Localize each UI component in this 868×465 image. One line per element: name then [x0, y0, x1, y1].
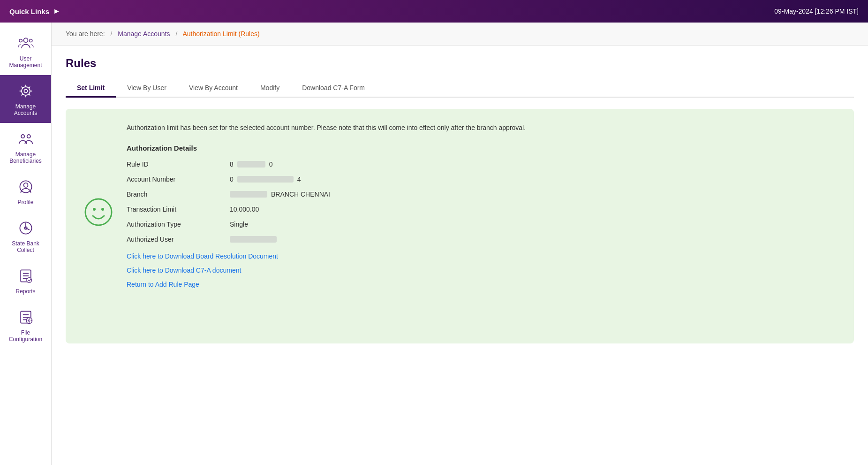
- detail-row-auth-type: Authorization Type Single: [127, 221, 835, 228]
- sidebar-item-beneficiaries[interactable]: Manage Beneficiaries: [0, 123, 51, 171]
- profile-icon: [16, 177, 35, 196]
- svg-point-18: [101, 208, 104, 211]
- sidebar-item-label: Profile: [17, 199, 33, 206]
- detail-row-account-number: Account Number 0 4: [127, 175, 835, 183]
- page-title: Rules: [66, 57, 854, 70]
- auth-details-title: Authorization Details: [127, 144, 835, 152]
- sidebar-item-label: Manage Accounts: [4, 103, 47, 116]
- sidebar-item-label: File Configuration: [4, 329, 47, 343]
- success-panel: Authorization limit has been set for the…: [66, 109, 854, 343]
- file-config-icon: [16, 308, 35, 327]
- quick-links-label: Quick Links: [9, 8, 49, 15]
- datetime: 09-May-2024 [12:26 PM IST]: [774, 8, 859, 15]
- detail-row-rule-id: Rule ID 8 0: [127, 160, 835, 168]
- download-links: Click here to Download Board Resolution …: [127, 252, 835, 288]
- redacted-bar: [230, 191, 267, 198]
- page-content: Rules Set Limit View By User View By Acc…: [52, 46, 868, 465]
- detail-row-branch: Branch BRANCH CHENNAI: [127, 191, 835, 198]
- sidebar-item-label: User Management: [4, 55, 47, 69]
- collect-icon: [16, 219, 35, 237]
- sidebar-item-label: State Bank Collect: [4, 240, 47, 253]
- success-details: Authorization limit has been set for the…: [127, 123, 835, 288]
- svg-point-0: [23, 38, 28, 42]
- topbar: Quick Links ► 09-May-2024 [12:26 PM IST]: [0, 0, 868, 23]
- value-account-number: 0 4: [230, 175, 301, 183]
- breadcrumb-link-manage-accounts[interactable]: Manage Accounts: [118, 30, 170, 38]
- tab-view-by-user[interactable]: View By User: [116, 79, 178, 98]
- sidebar: User Management Manage Accounts: [0, 23, 52, 465]
- beneficiaries-icon: [16, 130, 35, 148]
- sidebar-item-file-config[interactable]: File Configuration: [0, 301, 51, 349]
- redacted-bar: [237, 176, 294, 183]
- svg-point-6: [27, 135, 30, 138]
- label-account-number: Account Number: [127, 175, 230, 183]
- svg-point-17: [93, 208, 96, 211]
- sidebar-item-reports[interactable]: Reports: [0, 260, 51, 301]
- main-layout: User Management Manage Accounts: [0, 23, 868, 465]
- sidebar-item-manage-accounts[interactable]: Manage Accounts: [0, 75, 51, 123]
- manage-accounts-icon: [16, 82, 35, 100]
- svg-point-2: [29, 39, 32, 42]
- svg-point-8: [23, 183, 28, 187]
- download-c7a-link[interactable]: Click here to Download C7-A document: [127, 267, 835, 274]
- label-transaction-limit: Transaction Limit: [127, 206, 230, 213]
- return-to-add-rule-link[interactable]: Return to Add Rule Page: [127, 281, 835, 288]
- quick-links-arrow: ►: [53, 7, 60, 15]
- breadcrumb-prefix: You are here:: [66, 30, 105, 38]
- svg-point-5: [21, 135, 24, 138]
- breadcrumb-link-current[interactable]: Authorization Limit (Rules): [182, 30, 259, 38]
- label-rule-id: Rule ID: [127, 160, 230, 168]
- tab-view-by-account[interactable]: View By Account: [178, 79, 249, 98]
- tab-download-c7a[interactable]: Download C7-A Form: [291, 79, 376, 98]
- label-authorized-user: Authorized User: [127, 236, 230, 243]
- value-authorized-user: [230, 236, 277, 243]
- user-management-icon: [16, 34, 35, 53]
- svg-point-12: [26, 278, 31, 283]
- svg-point-1: [19, 39, 22, 42]
- breadcrumb-sep1: /: [110, 30, 112, 38]
- tabs: Set Limit View By User View By Account M…: [66, 79, 854, 98]
- content-area: You are here: / Manage Accounts / Author…: [52, 23, 868, 465]
- value-auth-type: Single: [230, 221, 248, 228]
- svg-point-16: [85, 199, 112, 225]
- quick-links[interactable]: Quick Links ►: [9, 7, 60, 15]
- value-branch: BRANCH CHENNAI: [230, 191, 330, 198]
- sidebar-item-label: Manage Beneficiaries: [4, 151, 47, 164]
- redacted-bar: [237, 161, 265, 168]
- sidebar-item-label: Reports: [15, 288, 35, 295]
- detail-row-transaction-limit: Transaction Limit 10,000.00: [127, 206, 835, 213]
- label-auth-type: Authorization Type: [127, 221, 230, 228]
- success-message: Authorization limit has been set for the…: [127, 123, 835, 133]
- value-transaction-limit: 10,000.00: [230, 206, 259, 213]
- reports-icon: [16, 267, 35, 285]
- tab-modify[interactable]: Modify: [249, 79, 291, 98]
- breadcrumb-sep2: /: [175, 30, 177, 38]
- breadcrumb: You are here: / Manage Accounts / Author…: [52, 23, 868, 46]
- detail-row-authorized-user: Authorized User: [127, 236, 835, 243]
- value-rule-id: 8 0: [230, 160, 273, 168]
- sidebar-item-collect[interactable]: State Bank Collect: [0, 212, 51, 260]
- sidebar-item-profile[interactable]: Profile: [0, 171, 51, 212]
- tab-set-limit[interactable]: Set Limit: [66, 79, 116, 98]
- download-board-resolution-link[interactable]: Click here to Download Board Resolution …: [127, 252, 835, 260]
- redacted-bar: [230, 236, 277, 243]
- svg-point-4: [24, 89, 27, 92]
- label-branch: Branch: [127, 191, 230, 198]
- success-smiley-icon: [84, 198, 113, 228]
- sidebar-item-user-management[interactable]: User Management: [0, 27, 51, 75]
